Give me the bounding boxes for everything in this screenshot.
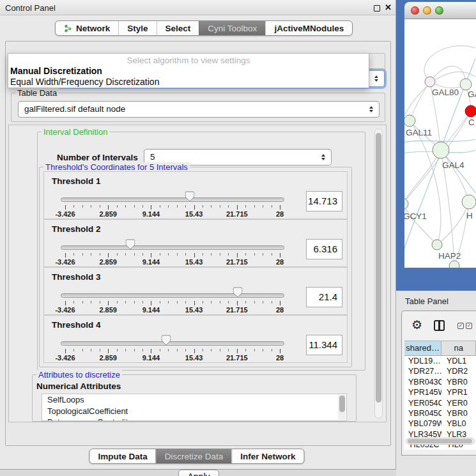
table-cell[interactable]: YER054C [404, 398, 441, 408]
tab-cyni-toolbox[interactable]: Cyni Toolbox [199, 21, 265, 35]
table-row[interactable]: YPR145WYPR1 [404, 387, 476, 397]
table-row[interactable]: YBR045CYBR0 [404, 408, 476, 418]
attribute-item[interactable]: SelfLoops [42, 394, 346, 406]
threshold-panel: Threshold 1 -3.4262.8599.14415.4321.7152… [43, 171, 348, 219]
table-cell[interactable]: YDL1 [441, 356, 476, 366]
attribute-item[interactable]: TopologicalCoefficient [42, 406, 346, 417]
slider-track[interactable] [61, 293, 284, 298]
settings-scrollbar[interactable] [374, 128, 383, 418]
table-data-combobox[interactable]: galFiltered.sif default node [18, 101, 380, 118]
settings-scrollpane: Interval Definition Number of Intervals … [8, 125, 387, 422]
popup-item-equal-width-frequency[interactable]: Equal Width/Frequency Discretization [10, 77, 159, 87]
float-window-icon[interactable] [374, 5, 380, 12]
table-cell[interactable]: YBR045C [404, 408, 441, 418]
tab-style[interactable]: Style [118, 21, 156, 35]
table-row[interactable]: YDL19…YDL1 [404, 356, 476, 366]
table-horizontal-scrollbar[interactable] [406, 438, 475, 445]
node-table: shared… na YDL19…YDL1YDR27…YDR2YBR043CYB… [404, 341, 476, 450]
table-cell[interactable]: YBR0 [441, 408, 476, 418]
slider-ticks [65, 253, 280, 258]
threshold-value-field[interactable]: 6.316 [306, 239, 342, 259]
tab-select[interactable]: Select [157, 21, 199, 35]
threshold-slider[interactable]: -3.4262.8599.14415.4321.71528 [61, 172, 284, 220]
threshold-slider[interactable]: -3.4262.8599.14415.4321.71528 [61, 316, 284, 364]
tab-discretize-data[interactable]: Discretize Data [156, 449, 232, 463]
column-header-name[interactable]: na [441, 341, 476, 355]
close-icon[interactable]: ✕ [385, 3, 392, 12]
scrollbar-thumb[interactable] [376, 133, 381, 403]
network-node[interactable] [404, 198, 408, 210]
column-header-shared-name[interactable]: shared… [404, 341, 441, 355]
network-node[interactable] [404, 115, 415, 127]
split-columns-icon[interactable] [434, 320, 445, 331]
network-node[interactable] [465, 105, 476, 117]
table-cell[interactable]: YDR27… [404, 366, 441, 376]
network-node[interactable] [449, 261, 459, 268]
table-data-group: Table Data galFiltered.sif default node [11, 93, 385, 122]
threshold-panel: Threshold 3 -3.4262.8599.14415.4321.7152… [43, 267, 348, 315]
scrollbar-thumb[interactable] [339, 395, 345, 412]
network-window-titlebar[interactable] [404, 2, 476, 19]
network-icon [64, 24, 72, 33]
close-traffic-light-icon[interactable] [411, 6, 419, 15]
attribute-list-scrollbar[interactable] [338, 395, 346, 420]
network-canvas[interactable]: GAL80GAL11GAL4GCY1HAP2GACH [404, 19, 476, 268]
node-label-fragment: H [466, 211, 473, 220]
scrollbar-thumb[interactable] [408, 439, 472, 443]
node-label: GAL11 [406, 128, 432, 137]
table-cell[interactable]: YDR2 [441, 366, 476, 376]
table-cell[interactable]: YBL079W [404, 418, 441, 429]
tab-label: Infer Network [240, 452, 295, 461]
attribute-list[interactable]: SelfLoopsTopologicalCoefficientBetweenne… [42, 394, 347, 421]
tab-network[interactable]: Network [56, 21, 118, 35]
threshold-value-field[interactable]: 14.713 [306, 191, 342, 211]
attribute-item[interactable]: BetweennessCentrality [42, 417, 346, 421]
network-node[interactable] [433, 142, 449, 158]
attributes-group: Attributes to discretize Numerical Attri… [32, 374, 357, 422]
tab-label: Network [76, 24, 110, 33]
cyni-toolbox-panel: Discretization Algorithm Table Data galF… [5, 41, 391, 446]
table-cell[interactable]: YER0 [441, 398, 476, 408]
slider-thumb[interactable] [125, 239, 135, 250]
network-window: GAL80GAL11GAL4GCY1HAP2GACH [404, 2, 476, 268]
table-row[interactable]: YER054CYER0 [404, 398, 476, 408]
slider-thumb[interactable] [161, 335, 171, 346]
network-node[interactable] [460, 79, 472, 90]
table-toolbar: ⚙ ✓ ✓ [402, 311, 476, 341]
apply-button[interactable]: Apply [178, 470, 219, 476]
tab-infer-network[interactable]: Infer Network [231, 449, 303, 463]
node-label-fragment: GA [468, 89, 476, 99]
minimize-traffic-light-icon[interactable] [423, 6, 431, 15]
slider-track[interactable] [61, 245, 284, 250]
threshold-value-field[interactable]: 21.4 [306, 287, 342, 307]
table-cell[interactable]: YDL19… [404, 356, 441, 366]
thresholds-group-title: Threshold's Coordinates for 5 Intervals [43, 162, 190, 172]
network-node[interactable] [432, 240, 442, 250]
slider-thumb[interactable] [233, 287, 242, 298]
table-row[interactable]: YBR043CYBR0 [404, 377, 476, 387]
table-cell[interactable]: YBR0 [441, 377, 476, 387]
threshold-value-field[interactable]: 11.344 [306, 335, 342, 355]
table-cell[interactable]: YPR145W [404, 387, 441, 397]
tab-impute-data[interactable]: Impute Data [89, 449, 155, 463]
checkbox-icon[interactable]: ✓ [466, 323, 472, 329]
network-node[interactable] [425, 77, 435, 87]
table-row[interactable]: YDR27…YDR2 [404, 366, 476, 376]
slider-thumb[interactable] [185, 191, 194, 202]
table-row[interactable]: YBL079WYBL0 [404, 418, 476, 429]
table-cell[interactable]: YPR1 [441, 387, 476, 397]
zoom-traffic-light-icon[interactable] [435, 6, 443, 15]
slider-track[interactable] [61, 197, 284, 202]
threshold-slider[interactable]: -3.4262.8599.14415.4321.71528 [61, 268, 284, 316]
table-cell[interactable]: YBR043C [404, 377, 441, 387]
gear-icon[interactable]: ⚙ [411, 318, 422, 332]
tab-label: Discretize Data [165, 452, 224, 461]
popup-item-manual-discretization[interactable]: Manual Discretization [10, 66, 102, 76]
slider-track[interactable] [61, 341, 284, 346]
tab-jactivemnodules[interactable]: jActiveMNodules [265, 21, 352, 35]
network-node[interactable] [462, 195, 476, 209]
checkbox-icon[interactable]: ✓ [457, 323, 464, 329]
node-label: GAL4 [442, 160, 464, 170]
table-cell[interactable]: YBL0 [441, 418, 476, 429]
threshold-slider[interactable]: -3.4262.8599.14415.4321.71528 [61, 220, 284, 268]
